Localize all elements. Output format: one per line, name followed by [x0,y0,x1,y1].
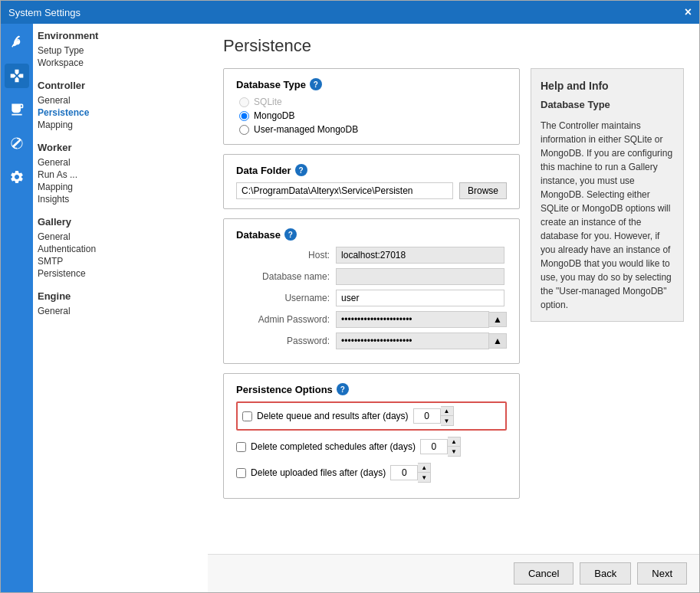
worker-icon[interactable] [5,97,29,122]
data-folder-input[interactable] [236,182,453,199]
delete-uploaded-label: Delete uploaded files after (days) [251,467,386,478]
delete-schedules-spinner-btns: ▲ ▼ [448,437,461,457]
database-title: Database ? [236,228,507,241]
database-type-title: Database Type ? [236,78,507,90]
host-row: Host: [236,247,507,264]
help-panel: Help and Info Database Type The Controll… [531,68,684,322]
page-title: Persistence [223,36,684,56]
window-body: Environment Setup Type Workspace Control… [1,24,699,592]
sidebar-item-run-as[interactable]: Run As ... [38,169,203,181]
data-folder-title: Data Folder ? [236,164,507,176]
radio-mongodb-input[interactable] [239,111,249,121]
sidebar-section-worker: Worker General Run As ... Mapping Insigh… [38,142,203,205]
database-section: Database ? Host: Database name: [223,218,520,364]
host-input[interactable] [336,247,504,264]
footer: Cancel Back Next [208,554,699,592]
browse-button[interactable]: Browse [459,182,507,199]
back-button[interactable]: Back [580,562,631,585]
delete-schedules-checkbox[interactable] [236,442,246,452]
sidebar-item-controller-general[interactable]: General [38,94,203,106]
window-title: System Settings [8,7,81,18]
database-type-section: Database Type ? SQLite MongoD [223,68,520,145]
delete-uploaded-decrement[interactable]: ▼ [418,473,430,482]
database-name-row: Database name: [236,268,507,285]
data-folder-help-icon[interactable]: ? [295,164,307,176]
delete-queue-spinner: ▲ ▼ [413,406,454,426]
main-content: Persistence Database Type ? [208,24,699,554]
title-bar: System Settings × [1,1,699,24]
sidebar-item-gallery-persistence[interactable]: Persistence [38,267,203,280]
admin-password-row: Admin Password: ▲ [236,311,507,328]
database-name-input[interactable] [336,268,504,285]
delete-queue-input[interactable] [413,408,441,424]
password-input-group: ▲ [336,333,507,349]
persistence-options-help-icon[interactable]: ? [337,383,349,395]
sidebar-section-gallery: Gallery General Authentication SMTP Pers… [38,216,203,280]
delete-schedules-row: Delete completed schedules after (days) … [236,437,507,457]
sidebar-item-persistence[interactable]: Persistence [38,106,203,119]
delete-schedules-input[interactable] [420,439,448,454]
delete-queue-increment[interactable]: ▲ [441,407,453,416]
sidebar-item-mapping[interactable]: Mapping [38,119,203,131]
controller-icon[interactable] [5,64,29,88]
sidebar-item-engine-general[interactable]: General [38,305,203,317]
sidebar-section-title-gallery: Gallery [38,216,203,228]
content-with-help: Database Type ? SQLite MongoD [223,68,684,508]
sidebar-icons [1,24,33,592]
radio-sqlite-label: SQLite [254,97,282,107]
admin-password-input-group: ▲ [336,311,507,328]
password-toggle[interactable]: ▲ [489,333,507,349]
main-area: Persistence Database Type ? [208,24,699,592]
delete-queue-checkbox[interactable] [242,411,252,421]
database-help-icon[interactable]: ? [284,228,297,241]
admin-password-toggle[interactable]: ▲ [489,312,507,327]
radio-mongodb-label: MongoDB [254,110,294,121]
sidebar-item-worker-general[interactable]: General [38,156,203,169]
persistence-options-section: Persistence Options ? Delete queue and r… [223,373,520,499]
delete-schedules-label: Delete completed schedules after (days) [251,441,416,452]
sidebar-section-title-controller: Controller [38,80,203,91]
radio-user-mongodb-input[interactable] [239,125,249,135]
sidebar-item-workspace[interactable]: Workspace [38,57,203,69]
delete-uploaded-increment[interactable]: ▲ [418,464,430,473]
database-type-help-icon[interactable]: ? [310,78,322,90]
delete-uploaded-spinner-btns: ▲ ▼ [418,463,431,483]
delete-schedules-spinner: ▲ ▼ [420,437,461,457]
sidebar-nav: Environment Setup Type Workspace Control… [33,24,208,592]
delete-queue-decrement[interactable]: ▼ [441,416,453,425]
delete-queue-spinner-btns: ▲ ▼ [441,406,454,426]
sidebar: Environment Setup Type Workspace Control… [1,24,208,592]
sidebar-item-insights[interactable]: Insights [38,193,203,205]
data-folder-row: Browse [236,182,507,199]
delete-uploaded-input[interactable] [390,465,418,480]
sidebar-section-title-environment: Environment [38,30,203,41]
delete-uploaded-checkbox[interactable] [236,468,246,478]
delete-uploaded-row: Delete uploaded files after (days) ▲ ▼ [236,463,507,483]
radio-user-mongodb[interactable]: User-managed MongoDB [239,124,507,135]
engine-icon[interactable] [5,165,29,189]
sidebar-item-setup-type[interactable]: Setup Type [38,44,203,57]
data-folder-section: Data Folder ? Browse [223,154,520,209]
sidebar-item-gallery-general[interactable]: General [38,231,203,243]
content-main: Database Type ? SQLite MongoD [223,68,520,508]
admin-password-input[interactable] [336,311,489,328]
sidebar-section-engine: Engine General [38,290,203,317]
database-name-label: Database name: [236,271,336,282]
sidebar-item-authentication[interactable]: Authentication [38,243,203,255]
sidebar-item-worker-mapping[interactable]: Mapping [38,181,203,193]
username-input[interactable] [336,290,504,306]
next-button[interactable]: Next [637,562,687,585]
delete-schedules-increment[interactable]: ▲ [448,437,460,447]
sidebar-item-smtp[interactable]: SMTP [38,255,203,267]
radio-sqlite-input[interactable] [239,97,249,107]
environment-icon[interactable] [5,30,29,54]
cancel-button[interactable]: Cancel [514,562,573,585]
radio-user-mongodb-label: User-managed MongoDB [254,124,358,135]
radio-sqlite[interactable]: SQLite [239,97,507,107]
delete-schedules-decrement[interactable]: ▼ [448,447,460,456]
password-input[interactable] [336,333,489,349]
delete-queue-label: Delete queue and results after (days) [257,411,408,421]
gallery-icon[interactable] [5,131,29,156]
radio-mongodb[interactable]: MongoDB [239,110,507,121]
close-button[interactable]: × [685,5,692,19]
